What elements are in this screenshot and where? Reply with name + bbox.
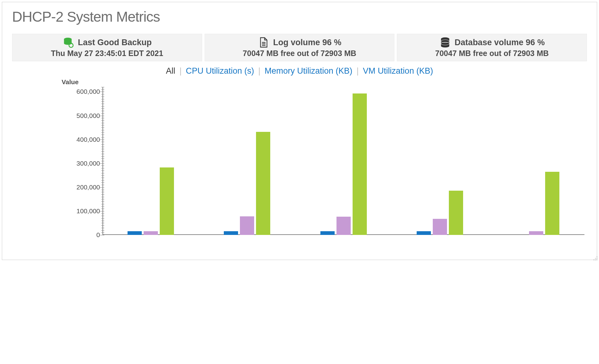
db-volume-detail: 70047 MB free out of 72903 MB xyxy=(400,49,584,58)
tab-separator: | xyxy=(180,66,182,76)
bar-vm[interactable] xyxy=(160,167,174,235)
bar-cpu[interactable] xyxy=(320,231,335,235)
backup-card: Last Good Backup Thu May 27 23:45:01 EDT… xyxy=(12,34,202,61)
y-tick-label: 200,000 xyxy=(76,184,100,191)
backup-label: Last Good Backup xyxy=(78,38,152,47)
bar-cpu[interactable] xyxy=(224,231,238,235)
resize-handle-icon[interactable] xyxy=(592,255,597,260)
bar-group xyxy=(488,87,584,235)
bar-group xyxy=(295,87,392,235)
bar-cpu[interactable] xyxy=(417,231,431,235)
bar-memory[interactable] xyxy=(144,231,158,235)
db-volume-label: Database volume 96 % xyxy=(455,38,545,47)
page-title: DHCP-2 System Metrics xyxy=(12,8,592,25)
bar-groups xyxy=(102,87,584,235)
y-tick-label: 400,000 xyxy=(76,136,100,143)
bar-cpu[interactable] xyxy=(128,231,142,235)
backup-detail: Thu May 27 23:45:01 EDT 2021 xyxy=(15,49,199,58)
log-volume-card: Log volume 96 % 70047 MB free out of 729… xyxy=(205,34,395,61)
tab-separator: | xyxy=(357,66,359,76)
bar-group xyxy=(102,87,199,235)
tab-vm[interactable]: VM Utilization (KB) xyxy=(363,66,433,76)
bar-group xyxy=(199,87,295,235)
y-tick-label: 600,000 xyxy=(76,88,100,95)
bar-memory[interactable] xyxy=(529,231,543,235)
bar-vm[interactable] xyxy=(449,191,463,235)
y-axis-label: Value xyxy=(62,78,592,86)
tab-all[interactable]: All xyxy=(166,66,175,76)
log-volume-detail: 70047 MB free out of 72903 MB xyxy=(208,49,391,58)
bar-group xyxy=(392,87,488,235)
tab-separator: | xyxy=(258,66,260,76)
bar-memory[interactable] xyxy=(433,219,447,235)
bar-vm[interactable] xyxy=(545,172,559,235)
metric-tabs: All | CPU Utilization (s) | Memory Utili… xyxy=(7,66,592,76)
y-tick-label: 500,000 xyxy=(76,112,100,119)
tab-memory[interactable]: Memory Utilization (KB) xyxy=(265,66,353,76)
bar-memory[interactable] xyxy=(240,216,254,235)
bar-vm[interactable] xyxy=(353,93,367,235)
backup-icon xyxy=(63,37,74,48)
db-volume-card: Database volume 96 % 70047 MB free out o… xyxy=(397,34,587,61)
summary-cards: Last Good Backup Thu May 27 23:45:01 EDT… xyxy=(12,34,587,61)
chart-area: 0100,000200,000300,000400,000500,000600,… xyxy=(15,87,584,235)
y-tick-label: 100,000 xyxy=(76,207,100,215)
y-tick-label: 300,000 xyxy=(76,160,100,167)
database-icon xyxy=(439,37,451,48)
bar-memory[interactable] xyxy=(336,217,351,235)
dashboard-panel: DHCP-2 System Metrics Last Good Backup T… xyxy=(2,2,597,260)
log-volume-label: Log volume 96 % xyxy=(273,38,341,47)
y-axis: 0100,000200,000300,000400,000500,000600,… xyxy=(59,87,102,235)
bar-vm[interactable] xyxy=(256,132,270,235)
document-icon xyxy=(258,37,269,48)
tab-cpu[interactable]: CPU Utilization (s) xyxy=(186,66,254,76)
